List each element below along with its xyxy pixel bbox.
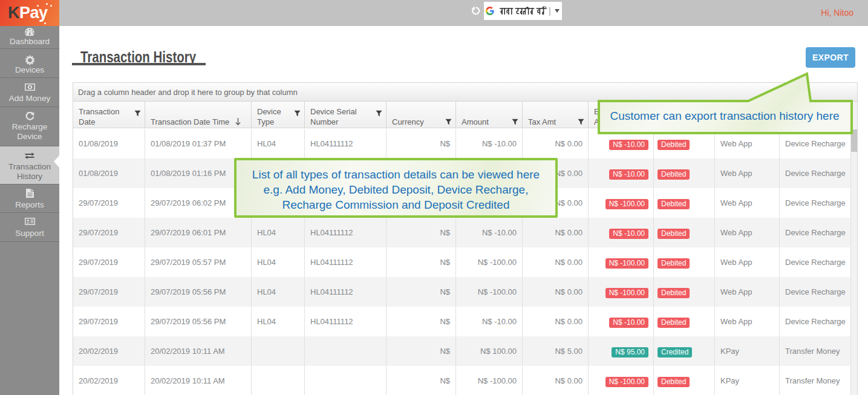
svg-text:Customer can export transactio: Customer can export transaction history … <box>610 109 839 122</box>
